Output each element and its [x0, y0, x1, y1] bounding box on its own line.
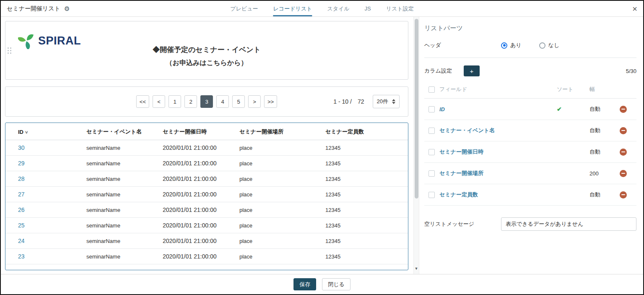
field-width-value[interactable]: 自動: [589, 105, 620, 113]
table-row: 25 seminarName 2020/01/01 21:00:00 place…: [5, 218, 408, 233]
field-width-value[interactable]: 自動: [589, 191, 620, 198]
vertical-scrollbar[interactable]: ▼: [413, 17, 419, 274]
width-column-header: 幅: [589, 86, 620, 93]
top-bar: セミナー開催リスト ⚙ プレビュー レコードリスト スタイル JS リスト設定 …: [1, 1, 643, 17]
radio-no-label: なし: [548, 42, 560, 49]
empty-message-input[interactable]: [501, 217, 636, 231]
page-number-button[interactable]: 2: [184, 95, 197, 108]
record-id-link[interactable]: 24: [5, 233, 83, 249]
chevron-down-icon: ˅: [25, 130, 28, 135]
record-place: place: [236, 218, 322, 233]
radio-yes-label: あり: [510, 42, 522, 49]
list-header-block[interactable]: SPIRAL ◆開催予定のセミナー・イベント （お申込みはこちらから）: [5, 21, 408, 80]
field-table-header: フィールド ソート 幅: [424, 82, 636, 99]
remove-field-icon[interactable]: [620, 127, 627, 134]
close-icon[interactable]: ×: [632, 5, 637, 13]
tab-record-list[interactable]: レコードリスト: [273, 1, 312, 16]
remove-field-icon[interactable]: [620, 149, 627, 156]
record-name: seminarName: [83, 187, 159, 202]
per-page-select[interactable]: 20件: [373, 95, 400, 108]
gear-icon[interactable]: ⚙: [64, 5, 70, 13]
field-checkbox[interactable]: [428, 170, 435, 177]
column-header-datetime: セミナー開催日時: [159, 123, 236, 140]
page-title: セミナー開催リスト: [7, 5, 60, 13]
header-setting-row: ヘッダ あり なし: [424, 39, 636, 58]
column-header-name: セミナー・イベント名: [83, 123, 159, 140]
record-table: ID˅ セミナー・イベント名 セミナー開催日時 セミナー開催場所 セミナー定員数…: [5, 123, 408, 264]
preview-title-line1: ◆開催予定のセミナー・イベント: [5, 45, 408, 55]
table-header-row: ID˅ セミナー・イベント名 セミナー開催日時 セミナー開催場所 セミナー定員数: [5, 123, 408, 140]
record-id-link[interactable]: 23: [5, 249, 83, 264]
field-name-link[interactable]: セミナー定員数: [439, 191, 557, 198]
page-number-button[interactable]: 4: [216, 95, 229, 108]
record-place: place: [236, 233, 322, 249]
field-checkbox[interactable]: [428, 192, 435, 198]
column-header-id[interactable]: ID˅: [5, 123, 83, 140]
field-name-link[interactable]: セミナー開催場所: [439, 170, 557, 177]
field-checkbox[interactable]: [428, 128, 435, 134]
column-header-place: セミナー開催場所: [236, 123, 322, 140]
scrollbar-thumb[interactable]: [415, 19, 418, 198]
field-width-value[interactable]: 200: [589, 170, 620, 177]
field-name-link[interactable]: セミナー開催日時: [439, 148, 557, 156]
tab-list-settings[interactable]: リスト設定: [386, 1, 414, 16]
tab-bar: プレビュー レコードリスト スタイル JS リスト設定: [230, 1, 413, 16]
page-prev-button[interactable]: <: [153, 95, 165, 108]
record-id-link[interactable]: 25: [5, 218, 83, 233]
record-id-link[interactable]: 28: [5, 171, 83, 187]
record-total-text: 72: [358, 98, 364, 105]
page-first-button[interactable]: <<: [136, 95, 149, 108]
record-place: place: [236, 187, 322, 202]
per-page-value: 20件: [377, 98, 388, 105]
preview-pane: SPIRAL ◆開催予定のセミナー・イベント （お申込みはこちらから） << <…: [1, 17, 413, 274]
field-row: ID ✔ 自動: [424, 99, 636, 120]
record-capacity: 12345: [322, 140, 408, 156]
record-id-link[interactable]: 30: [5, 140, 83, 156]
save-button[interactable]: 保存: [293, 278, 316, 290]
scroll-down-arrow-icon[interactable]: ▼: [414, 266, 419, 271]
page-number-button[interactable]: 1: [169, 95, 181, 108]
field-checkbox[interactable]: [428, 106, 435, 112]
table-row: 30 seminarName 2020/01/01 21:00:00 place…: [5, 140, 408, 156]
field-name-link[interactable]: ID: [439, 106, 557, 112]
field-width-value[interactable]: 自動: [589, 148, 620, 156]
page-next-button[interactable]: >: [248, 95, 261, 108]
record-datetime: 2020/01/01 21:00:00: [159, 140, 236, 156]
preview-title: ◆開催予定のセミナー・イベント （お申込みはこちらから）: [5, 45, 408, 68]
record-name: seminarName: [83, 156, 159, 171]
record-id-link[interactable]: 27: [5, 187, 83, 202]
header-setting-label: ヘッダ: [424, 42, 501, 49]
radio-selected-icon: [501, 42, 507, 49]
remove-field-icon[interactable]: [620, 191, 627, 198]
page-number-button[interactable]: 5: [232, 95, 245, 108]
tab-js[interactable]: JS: [365, 1, 371, 16]
field-row: セミナー開催場所 200: [424, 163, 636, 184]
tab-preview[interactable]: プレビュー: [230, 1, 258, 16]
field-checkbox[interactable]: [428, 149, 435, 155]
record-place: place: [236, 249, 322, 264]
record-name: seminarName: [83, 202, 159, 218]
sort-check-icon[interactable]: ✔: [557, 106, 589, 112]
record-capacity: 12345: [322, 171, 408, 187]
pagination-block[interactable]: << < 1 2 3 4 5 > >> 1 - 10 / 72 20件: [5, 86, 408, 117]
table-row: 26 seminarName 2020/01/01 21:00:00 place…: [5, 202, 408, 218]
record-id-link[interactable]: 29: [5, 156, 83, 171]
field-name-link[interactable]: セミナー・イベント名: [439, 127, 557, 134]
record-list-block[interactable]: ID˅ セミナー・イベント名 セミナー開催日時 セミナー開催場所 セミナー定員数…: [5, 123, 408, 270]
page-last-button[interactable]: >>: [264, 95, 277, 108]
header-radio-no[interactable]: なし: [539, 42, 560, 49]
field-width-value[interactable]: 自動: [589, 127, 620, 134]
select-all-checkbox[interactable]: [428, 86, 435, 93]
record-id-link[interactable]: 26: [5, 202, 83, 218]
table-row: 29 seminarName 2020/01/01 21:00:00 place…: [5, 156, 408, 171]
field-row: セミナー開催日時 自動: [424, 141, 636, 163]
header-radio-yes[interactable]: あり: [501, 42, 522, 49]
remove-field-icon[interactable]: [620, 170, 627, 177]
field-row: セミナー・イベント名 自動: [424, 120, 636, 141]
tab-style[interactable]: スタイル: [327, 1, 349, 16]
close-button[interactable]: 閉じる: [322, 278, 351, 290]
remove-field-icon[interactable]: [620, 106, 627, 113]
record-place: place: [236, 202, 322, 218]
page-number-button-active[interactable]: 3: [200, 95, 213, 108]
add-column-button[interactable]: +: [464, 65, 480, 76]
